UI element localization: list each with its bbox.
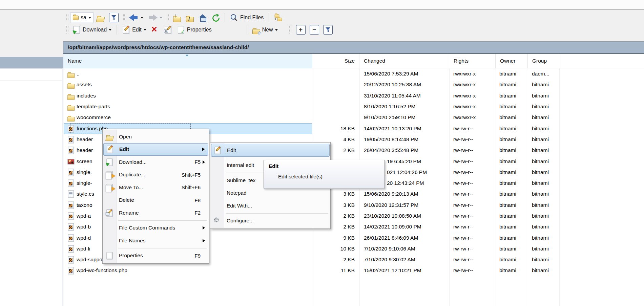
file-type-icon — [67, 212, 75, 220]
edit-dropdown-icon[interactable] — [144, 29, 146, 31]
context-menu-item[interactable]: File Custom Commands — [103, 222, 208, 235]
parent-directory-button[interactable]: ↑ — [170, 12, 183, 23]
file-row[interactable]: template-parts 8/10/2020 1:16:52 PM rwxr… — [63, 101, 644, 112]
context-menu-item[interactable]: Download... F5 — [103, 156, 208, 169]
file-group: bitnami — [528, 224, 559, 230]
menu-item-shortcut: F5 — [194, 159, 203, 165]
file-rights: rw-rw-r-- — [449, 169, 496, 175]
menu-item-icon — [106, 252, 115, 260]
file-rights: rw-rw-r-- — [449, 191, 496, 197]
file-owner: bitnami — [496, 93, 528, 99]
file-type-icon — [67, 245, 75, 253]
file-name-cell[interactable]: template-parts — [63, 103, 312, 111]
file-type-icon — [67, 147, 75, 154]
file-rights: rw-rw-r-- — [449, 257, 496, 263]
context-menu-item[interactable]: Rename F2 — [103, 206, 208, 219]
toolbar-grip[interactable] — [166, 14, 169, 22]
synchronize-browsing-button[interactable] — [272, 12, 285, 23]
back-history-dropdown-icon[interactable] — [141, 17, 143, 19]
file-row[interactable]: assets 20/12/2020 10:25:38 AM rwxrwxr-x … — [63, 79, 644, 90]
tooltip-title: Edit — [269, 163, 380, 169]
context-menu-item[interactable]: Duplicate... Shift+F5 — [103, 169, 208, 181]
column-header-group[interactable]: Group — [528, 54, 559, 68]
new-dropdown-icon[interactable] — [275, 29, 278, 31]
forward-history-dropdown-icon[interactable] — [160, 17, 162, 19]
session-folder-icon — [73, 16, 79, 20]
session-button[interactable]: sa — [70, 12, 94, 23]
open-session-button[interactable] — [94, 12, 107, 23]
file-group: bitnami — [528, 147, 559, 153]
forward-button[interactable] — [146, 12, 165, 23]
home-directory-button[interactable] — [196, 12, 209, 23]
file-group: bitnami — [528, 169, 559, 175]
properties-button[interactable]: ✓ Properties — [174, 24, 214, 35]
submenu-arrow-icon — [203, 159, 207, 165]
file-row[interactable]: .. 15/06/2020 7:53:29 AM rwxrwxr-x bitna… — [63, 68, 644, 79]
submenu-item-label: Edit With... — [227, 203, 252, 209]
file-name: single- — [77, 180, 92, 186]
rename-button[interactable]: x — [162, 24, 174, 35]
file-name: includes — [77, 93, 96, 99]
file-row[interactable]: includes 31/10/2020 11:05:44 AM rwxrwxr-… — [63, 90, 644, 101]
file-owner: bitnami — [496, 180, 528, 186]
file-type-icon — [67, 157, 75, 165]
file-size: 4 KB — [312, 136, 359, 143]
forward-arrow-icon — [148, 14, 158, 21]
column-header-owner[interactable]: Owner — [496, 54, 528, 68]
file-name-cell[interactable]: includes — [63, 92, 312, 100]
submenu-item[interactable]: Edit With... — [211, 199, 330, 212]
context-menu-item[interactable]: Delete F8 — [103, 194, 208, 207]
file-name-cell[interactable]: assets — [63, 81, 312, 89]
column-header-changed[interactable]: Changed — [359, 54, 449, 68]
select-add-button[interactable]: + — [296, 25, 306, 35]
submenu-item[interactable] — [211, 212, 330, 215]
file-rights: rw-rw-r-- — [449, 136, 496, 143]
download-button[interactable]: Download — [70, 24, 114, 35]
file-name-cell[interactable]: wpd-wc-functions.php — [63, 266, 312, 275]
file-changed: 14/02/2021 10:13:20 PM — [359, 126, 449, 132]
file-changed: 26/01/2021 8:46:09 AM — [359, 235, 449, 241]
file-owner: bitnami — [496, 246, 528, 252]
toolbar-grip[interactable] — [66, 14, 68, 22]
file-changed: 14/02/2021 10:09:00 PM — [359, 224, 449, 230]
context-menu-item[interactable]: Move To... Shift+F6 — [103, 181, 208, 194]
submenu-item[interactable]: Edit — [211, 144, 330, 157]
file-type-icon — [67, 234, 75, 242]
toolbar-grip[interactable] — [123, 14, 125, 22]
remote-path-bar[interactable]: /opt/bitnami/apps/wordpress/htdocs/wp-co… — [63, 41, 644, 54]
file-type-icon — [67, 168, 75, 176]
toolbar-grip[interactable] — [289, 26, 291, 34]
file-name-cell[interactable]: .. — [63, 70, 312, 78]
back-button[interactable] — [127, 12, 146, 23]
context-menu-item[interactable]: Edit — [103, 143, 208, 156]
submenu-item[interactable]: Configure... — [211, 215, 330, 227]
file-row[interactable]: wpd-wc-functions.php 11 KB 15/02/2021 12… — [63, 265, 644, 276]
submenu-item[interactable] — [211, 157, 330, 159]
download-dropdown-icon[interactable] — [109, 29, 111, 31]
column-header-rights[interactable]: Rights — [449, 54, 496, 68]
find-files-button[interactable]: Find Files — [228, 12, 266, 23]
toolbar-grip[interactable] — [66, 26, 68, 34]
refresh-button[interactable] — [209, 12, 222, 23]
context-menu-item[interactable] — [103, 219, 208, 222]
filter-button[interactable] — [107, 12, 121, 23]
select-remove-button[interactable]: − — [310, 25, 319, 35]
context-menu-item[interactable]: File Names — [103, 234, 208, 247]
edit-button[interactable]: Edit — [120, 24, 149, 35]
new-button[interactable]: New — [250, 24, 280, 35]
selection-filter-button[interactable] — [323, 25, 333, 35]
file-owner: bitnami — [496, 136, 528, 143]
file-row[interactable]: woocommerce 9/10/2020 2:59:10 PM rwxrwxr… — [63, 112, 644, 123]
context-menu-item[interactable] — [103, 247, 208, 249]
folder-tree-icon — [274, 14, 282, 22]
file-changed: 19/05/2020 8:14:48 PM — [359, 136, 449, 143]
session-dropdown-icon[interactable] — [88, 17, 91, 19]
context-menu-item[interactable]: Properties F9 — [103, 249, 208, 262]
toolbar-separator — [247, 25, 247, 35]
column-header-name[interactable]: Name — [63, 54, 312, 68]
column-header-size[interactable]: Size — [312, 54, 359, 68]
context-menu-item[interactable]: Open — [103, 130, 208, 143]
root-directory-button[interactable]: / — [183, 12, 196, 23]
file-name-cell[interactable]: woocommerce — [63, 113, 312, 122]
delete-button[interactable]: × — [149, 24, 162, 35]
